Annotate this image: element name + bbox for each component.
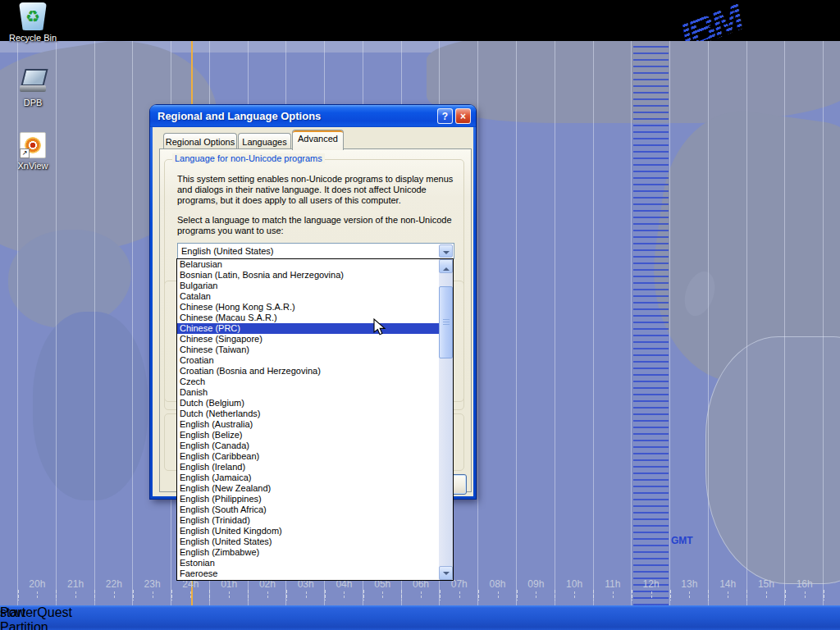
hour-tick bbox=[153, 591, 153, 600]
language-option[interactable]: English (Belize) bbox=[177, 430, 439, 441]
mouse-cursor bbox=[371, 318, 389, 340]
desktop-icon-dpb[interactable]: DPB bbox=[2, 67, 64, 107]
scroll-up-button[interactable] bbox=[439, 259, 453, 273]
language-option[interactable]: Bosnian (Latin, Bosnia and Herzegovina) bbox=[177, 270, 439, 281]
language-option[interactable]: English (Australia) bbox=[177, 419, 439, 430]
zone-boundary-tick bbox=[209, 590, 210, 600]
zone-boundary-tick bbox=[785, 590, 786, 600]
desktop: GMT 20h21h22h23h24h01h02h03h04h05h06h07h… bbox=[0, 0, 840, 630]
hour-label: 23h bbox=[134, 578, 171, 590]
language-option[interactable]: Czech bbox=[177, 377, 439, 387]
desktop-icon-xnview[interactable]: ↗ XnView bbox=[2, 132, 64, 171]
language-option[interactable]: Danish bbox=[177, 387, 439, 398]
language-option[interactable]: Croatian (Bosnia and Herzegovina) bbox=[177, 366, 439, 377]
zone-boundary-tick bbox=[363, 590, 364, 600]
zone-boundary-tick bbox=[555, 590, 555, 600]
language-option[interactable]: English (Trinidad) bbox=[177, 515, 439, 526]
language-listbox[interactable]: BelarusianBosnian (Latin, Bosnia and Her… bbox=[176, 258, 454, 581]
hour-tick bbox=[114, 591, 115, 600]
hour-label: 15h bbox=[747, 578, 785, 590]
hour-tick bbox=[498, 591, 499, 600]
language-combobox[interactable]: English (United States) bbox=[177, 243, 454, 259]
language-select-instruction: Select a language to match the language … bbox=[177, 215, 454, 236]
top-banner: IBM bbox=[0, 0, 840, 41]
ibm-logo-stripes bbox=[665, 0, 819, 41]
taskbar: start PowerQuest Partition...Control Pan… bbox=[0, 605, 840, 630]
hour-tick bbox=[574, 591, 575, 600]
tab-languages[interactable]: Languages bbox=[238, 133, 291, 149]
language-option[interactable]: Chinese (Singapore) bbox=[177, 334, 439, 345]
zone-boundary-tick bbox=[56, 590, 57, 600]
language-option[interactable]: Chinese (Taiwan) bbox=[177, 345, 439, 355]
desktop-icon-recycle-bin[interactable]: ♻ Recycle Bin bbox=[2, 2, 64, 43]
language-option[interactable]: Croatian bbox=[177, 355, 439, 366]
scroll-down-button[interactable] bbox=[439, 566, 453, 580]
zone-boundary-tick bbox=[286, 590, 287, 600]
language-option[interactable]: Bulgarian bbox=[177, 281, 439, 291]
language-option[interactable]: English (United States) bbox=[177, 536, 439, 547]
zone-boundary-tick bbox=[746, 590, 747, 600]
hour-label: 11h bbox=[594, 578, 632, 590]
language-option[interactable]: English (Ireland) bbox=[177, 462, 439, 472]
desktop-icon-label: XnView bbox=[2, 161, 64, 171]
zone-boundary-tick bbox=[440, 590, 441, 600]
combobox-dropdown-button[interactable] bbox=[439, 244, 453, 258]
tab-advanced[interactable]: Advanced bbox=[292, 130, 344, 150]
language-option[interactable]: Chinese (Macau S.A.R.) bbox=[177, 313, 439, 323]
zone-boundary-tick bbox=[133, 590, 134, 600]
hour-tick bbox=[267, 591, 268, 600]
hour-label: 08h bbox=[479, 578, 517, 590]
language-option[interactable]: Chinese (Hong Kong S.A.R.) bbox=[177, 302, 439, 313]
zone-boundary-tick bbox=[94, 590, 95, 600]
help-button[interactable]: ? bbox=[437, 108, 453, 124]
language-option[interactable]: Catalan bbox=[177, 291, 439, 302]
tab-regional-options[interactable]: Regional Options bbox=[163, 133, 237, 149]
combobox-value: English (United States) bbox=[181, 246, 274, 256]
zone-boundary-tick bbox=[401, 590, 402, 600]
zone-boundary-tick bbox=[18, 590, 19, 600]
language-option[interactable]: English (Caribbean) bbox=[177, 451, 439, 462]
hour-label: 14h bbox=[709, 578, 746, 590]
hour-tick bbox=[306, 591, 307, 600]
language-option[interactable]: English (New Zealand) bbox=[177, 483, 439, 494]
language-option[interactable]: Faeroese bbox=[177, 568, 439, 579]
hour-tick bbox=[75, 591, 76, 600]
zone-boundary-tick bbox=[478, 590, 479, 600]
hour-label: 10h bbox=[555, 578, 593, 590]
hour-label: 22h bbox=[95, 578, 133, 590]
language-option[interactable]: English (Jamaica) bbox=[177, 472, 439, 483]
hour-label: 21h bbox=[57, 578, 94, 590]
language-option[interactable]: Dutch (Belgium) bbox=[177, 398, 439, 409]
language-list-items: BelarusianBosnian (Latin, Bosnia and Her… bbox=[177, 259, 439, 580]
hour-label: 13h bbox=[670, 578, 708, 590]
hour-tick bbox=[805, 591, 806, 600]
recycle-bin-icon: ♻ bbox=[19, 2, 47, 30]
zone-boundary-tick bbox=[824, 590, 824, 600]
language-option[interactable]: Dutch (Netherlands) bbox=[177, 409, 439, 419]
dialog-title: Regional and Language Options bbox=[158, 110, 435, 122]
zone-boundary-tick bbox=[632, 590, 632, 600]
gmt-label: GMT bbox=[671, 535, 693, 546]
scrollbar-thumb[interactable] bbox=[439, 286, 453, 358]
language-option[interactable]: English (Philippines) bbox=[177, 494, 439, 504]
language-option[interactable]: Chinese (PRC) bbox=[177, 323, 439, 334]
zone-boundary-tick bbox=[517, 590, 518, 600]
dialog-titlebar[interactable]: Regional and Language Options ? × bbox=[150, 105, 476, 127]
language-option[interactable]: English (South Africa) bbox=[177, 504, 439, 515]
non-unicode-description: This system setting enables non-Unicode … bbox=[177, 174, 454, 206]
language-option[interactable]: English (Canada) bbox=[177, 441, 439, 451]
hour-tick bbox=[651, 591, 652, 600]
xnview-app-icon: ↗ bbox=[20, 132, 46, 158]
listbox-scrollbar[interactable] bbox=[439, 259, 453, 580]
language-option[interactable]: English (United Kingdom) bbox=[177, 526, 439, 536]
hour-label: 12h bbox=[632, 578, 670, 590]
close-button[interactable]: × bbox=[455, 108, 471, 124]
hour-tick bbox=[766, 591, 767, 600]
language-option[interactable]: English (Zimbabwe) bbox=[177, 547, 439, 558]
hour-tick bbox=[190, 591, 191, 600]
zone-boundary-tick bbox=[593, 590, 594, 600]
start-button[interactable]: start bbox=[0, 605, 82, 630]
language-option[interactable]: Estonian bbox=[177, 558, 439, 568]
hour-tick bbox=[421, 591, 422, 600]
language-option[interactable]: Belarusian bbox=[177, 259, 439, 270]
